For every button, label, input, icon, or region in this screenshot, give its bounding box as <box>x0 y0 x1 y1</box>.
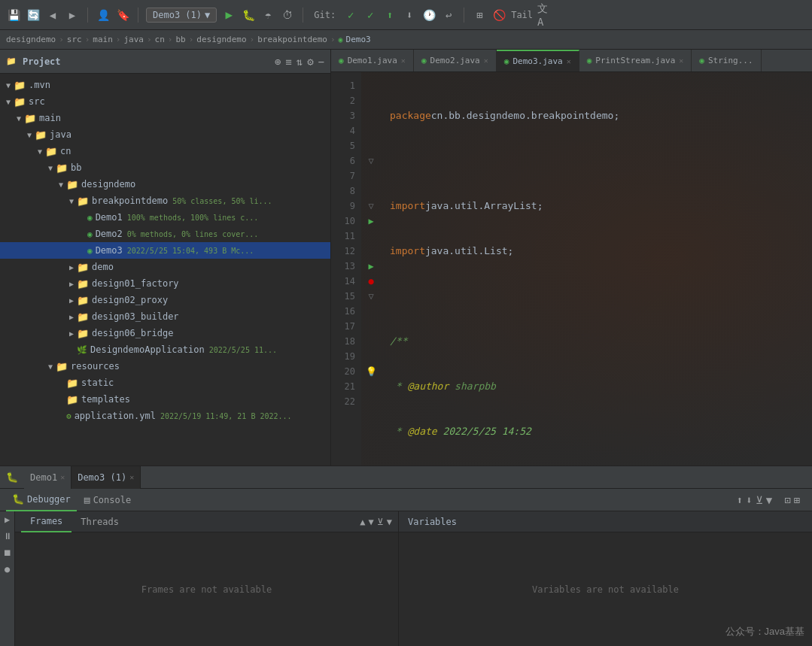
tree-item-main[interactable]: ▼ 📁 main <box>0 110 330 126</box>
tree-item-demo3[interactable]: ◉ Demo3 2022/5/25 15:04, 493 B Mc... <box>0 242 330 259</box>
debug-close-demo1[interactable]: ✕ <box>60 473 65 481</box>
tree-item-java[interactable]: ▼ 📁 java <box>0 126 330 143</box>
tab-close-demo1[interactable]: ✕ <box>401 56 406 65</box>
back-icon[interactable]: ◀ <box>45 8 60 23</box>
layout-icon[interactable]: ⊞ <box>472 8 487 23</box>
debug-session-demo3[interactable]: Demo3 (1) ✕ <box>71 466 141 489</box>
debug-tab-debugger[interactable]: 🐛 Debugger <box>6 489 77 511</box>
tree-item-cn[interactable]: ▼ 📁 cn <box>0 143 330 159</box>
tree-item-src[interactable]: ▼ 📁 src <box>0 93 330 110</box>
tree-item-demo[interactable]: ▶ 📁 demo <box>0 259 330 275</box>
tree-item-application-yml[interactable]: ⚙ application.yml 2022/5/19 11:49, 21 B … <box>0 408 330 424</box>
filter-icon[interactable]: ⊻ <box>756 494 763 506</box>
breadcrumb-designdemo2[interactable]: designdemo <box>196 35 246 44</box>
meta-demo3: 2022/5/25 15:04, 493 B Mc... <box>127 247 254 255</box>
sort-icon[interactable]: ⇅ <box>297 56 303 68</box>
tab-string[interactable]: ◉ String... <box>692 50 761 72</box>
code-editor: 12345 678910 1112131415 1617181920 2122 … <box>331 72 812 466</box>
filter2-icon[interactable]: ⊻ <box>377 517 384 527</box>
tab-label-demo1: Demo1.java <box>348 56 397 65</box>
git-merge-icon[interactable]: ⬇ <box>402 8 417 23</box>
debug-close-demo3[interactable]: ✕ <box>129 473 134 481</box>
debug-run-icon[interactable]: 🐛 <box>241 8 256 23</box>
restore-icon[interactable]: ⊡ <box>784 494 790 506</box>
run-config-selector[interactable]: Demo3 (1) ▼ <box>146 8 217 23</box>
tree-item-breakpointdemo[interactable]: ▼ 📁 breakpointdemo 50% classes, 50% li..… <box>0 193 330 209</box>
down-icon[interactable]: ▼ <box>369 517 374 527</box>
tab-close-demo2[interactable]: ✕ <box>484 56 488 65</box>
step-over-icon[interactable]: ⬆ <box>737 494 743 506</box>
sync-icon[interactable]: 🔄 <box>26 8 41 23</box>
breakpoints-icon[interactable]: ● <box>5 564 10 575</box>
user-icon[interactable]: 👤 <box>96 8 111 23</box>
save-icon[interactable]: 💾 <box>6 8 21 23</box>
git-history-icon[interactable]: 🕐 <box>421 8 436 23</box>
add-icon[interactable]: ⊕ <box>275 56 281 68</box>
breadcrumb-java[interactable]: java <box>123 35 144 44</box>
debug-session-demo1[interactable]: Demo1 ✕ <box>24 466 71 489</box>
frames-tab[interactable]: Frames <box>21 511 71 532</box>
tree-item-demo1[interactable]: ◉ Demo1 100% methods, 100% lines c... <box>0 209 330 226</box>
close-icon[interactable]: − <box>318 56 324 68</box>
bookmark-icon[interactable]: 🔖 <box>115 8 130 23</box>
tab-demo1[interactable]: ◉ Demo1.java ✕ <box>331 50 414 72</box>
tab-demo3[interactable]: ◉ Demo3.java ✕ <box>497 50 579 72</box>
folder-icon-mvn: 📁 <box>14 80 26 91</box>
resume-icon[interactable]: ▶ <box>5 514 10 525</box>
tree-item-templates[interactable]: 📁 templates <box>0 391 330 408</box>
tree-item-designdemo[interactable]: ▼ 📁 designdemo <box>0 176 330 193</box>
tree-item-static[interactable]: 📁 static <box>0 375 330 391</box>
up-icon[interactable]: ▲ <box>360 517 365 527</box>
step-into-icon[interactable]: ⬇ <box>746 494 752 506</box>
tree-item-app[interactable]: 🌿 DesigndemoApplication 2022/5/25 11... <box>0 341 330 358</box>
tab-close-printstream[interactable]: ✕ <box>679 56 683 65</box>
collapse-icon[interactable]: ≡ <box>285 56 291 68</box>
more2-icon[interactable]: ▼ <box>387 517 392 527</box>
code-content[interactable]: package cn.bb.designdemo.breakpointdemo;… <box>381 72 812 466</box>
tree-item-demo2[interactable]: ◉ Demo2 0% methods, 0% lines cover... <box>0 226 330 242</box>
git-push-icon[interactable]: ⬆ <box>382 8 397 23</box>
breadcrumb-main[interactable]: main <box>93 35 113 44</box>
debug-bug-icon[interactable]: 🐛 <box>0 472 24 483</box>
git-check-icon[interactable]: ✓ <box>343 8 358 23</box>
tree-item-design02[interactable]: ▶ 📁 design02_proxy <box>0 292 330 308</box>
code-line-4: import java.util.List; <box>390 244 806 259</box>
tree-item-mvn[interactable]: ▼ 📁 .mvn <box>0 77 330 93</box>
translate-icon[interactable]: 文A <box>537 8 552 23</box>
tree-item-bb[interactable]: ▼ 📁 bb <box>0 159 330 176</box>
tab-demo2[interactable]: ◉ Demo2.java ✕ <box>414 50 497 72</box>
debug-tab-console[interactable]: ▤ Console <box>78 489 137 511</box>
tree-item-design03[interactable]: ▶ 📁 design03_builder <box>0 308 330 325</box>
export-icon[interactable]: ⊞ <box>794 494 800 506</box>
git-check2-icon[interactable]: ✓ <box>363 8 378 23</box>
meta-breakpointdemo: 50% classes, 50% li... <box>172 197 272 205</box>
more-icon[interactable]: ▼ <box>766 494 772 506</box>
pause-icon[interactable]: ⏸ <box>3 531 12 541</box>
breadcrumb-designdemo[interactable]: designdemo <box>6 35 56 44</box>
tab-close-demo3[interactable]: ✕ <box>567 57 571 65</box>
breadcrumb-src[interactable]: src <box>67 35 82 44</box>
vars-empty-message: Variables are not available <box>532 584 679 595</box>
breadcrumb-breakpointdemo[interactable]: breakpointdemo <box>257 35 327 44</box>
no-layout-icon[interactable]: 🚫 <box>491 8 506 23</box>
threads-tab[interactable]: Threads <box>71 511 128 532</box>
git-label: Git: <box>314 10 336 20</box>
run-button[interactable]: ▶ <box>221 8 236 23</box>
tab-printstream[interactable]: ◉ PrintStream.java ✕ <box>579 50 692 72</box>
settings-icon[interactable]: ⚙ <box>307 56 313 68</box>
arrow-cn: ▼ <box>35 147 45 156</box>
breadcrumb-cn[interactable]: cn <box>155 35 165 44</box>
sidebar-title: Project <box>23 56 269 67</box>
tree-item-design06[interactable]: ▶ 📁 design06_bridge <box>0 325 330 341</box>
git-revert-icon[interactable]: ↩ <box>441 8 456 23</box>
breadcrumb-bb[interactable]: bb <box>175 35 185 44</box>
breadcrumb-demo3[interactable]: Demo3 <box>346 35 371 44</box>
tail-label: Tail <box>511 10 533 20</box>
profile-icon[interactable]: ⏱ <box>280 8 295 23</box>
stop-icon[interactable]: ⏹ <box>3 547 12 558</box>
debug-session-row: 🐛 Demo1 ✕ Demo3 (1) ✕ <box>0 466 812 489</box>
tree-item-resources[interactable]: ▼ 📁 resources <box>0 358 330 375</box>
coverage-icon[interactable]: ☂ <box>260 8 275 23</box>
tree-item-design01[interactable]: ▶ 📁 design01_factory <box>0 275 330 292</box>
forward-icon[interactable]: ▶ <box>65 8 80 23</box>
